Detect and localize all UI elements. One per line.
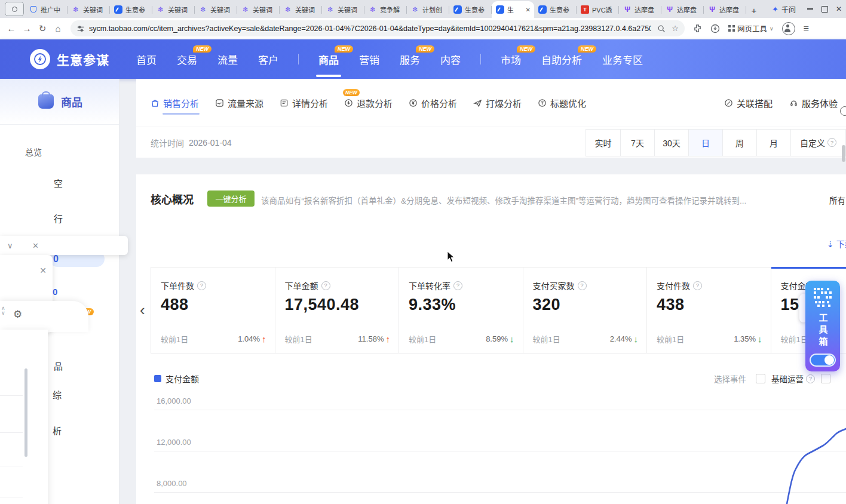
collapse-handle-icon[interactable]: ∧∨ xyxy=(1,306,5,315)
browser-tab[interactable]: 计划创 xyxy=(407,1,449,18)
zoom-icon[interactable] xyxy=(657,24,666,33)
browser-tab[interactable]: 关键词 xyxy=(68,1,110,18)
metric-card-order-items[interactable]: 下单件数? 488 较前1日1.04% xyxy=(151,267,275,353)
related-match-button[interactable]: 关联搭配 xyxy=(724,97,773,109)
scrollbar-thumb[interactable] xyxy=(24,368,27,457)
extensions-icon[interactable] xyxy=(693,24,702,33)
sidebar-item-overview[interactable]: 总览 xyxy=(25,146,42,158)
help-icon[interactable]: ? xyxy=(693,281,702,290)
one-click-analyze-button[interactable]: 一键分析 xyxy=(207,190,255,207)
range-month[interactable]: 月 xyxy=(756,130,790,156)
metric-card-pay-buyers[interactable]: 支付买家数? 320 较前1日2.44% xyxy=(523,267,648,353)
home-icon[interactable]: ⌂ xyxy=(50,23,66,33)
back-icon[interactable]: ← xyxy=(4,23,19,33)
browser-tab[interactable]: 关键词 xyxy=(322,1,364,18)
nav-item-content[interactable]: 内容 xyxy=(440,52,461,67)
browser-tab[interactable]: 达摩盘 xyxy=(619,1,661,18)
nav-item-self-analysis[interactable]: 自助分析NEW xyxy=(541,52,582,67)
nav-item-traffic[interactable]: 流量 xyxy=(217,52,238,67)
range-day[interactable]: 日 xyxy=(688,130,722,156)
gear-icon[interactable]: ⚙ xyxy=(13,308,22,321)
toolbox-widget[interactable]: 工具箱 xyxy=(805,281,840,371)
sidebar-item-fragment[interactable]: 品 xyxy=(54,359,63,372)
browser-tab[interactable]: 关键词 xyxy=(280,1,322,18)
browser-tab[interactable]: 关键词 xyxy=(152,1,195,18)
metric-card-conversion[interactable]: 下单转化率? 9.33% 较前1日8.59% xyxy=(399,267,523,353)
download-link[interactable]: ⇣ 下载 xyxy=(827,238,846,250)
range-7d[interactable]: 7天 xyxy=(620,130,654,156)
browser-tab[interactable]: 竞争解 xyxy=(364,1,407,18)
sycm-logo-icon[interactable] xyxy=(30,49,50,69)
metric-card-order-amount[interactable]: 下单金额? 17,540.48 较前1日11.58% xyxy=(275,267,400,353)
close-button[interactable]: ✕ xyxy=(832,0,846,18)
range-realtime[interactable]: 实时 xyxy=(586,130,620,156)
range-30d[interactable]: 30天 xyxy=(654,130,688,156)
close-icon[interactable]: ✕ xyxy=(39,266,47,275)
nav-item-service[interactable]: 服务NEW xyxy=(400,52,420,67)
profile-avatar[interactable] xyxy=(782,22,795,35)
chart-legend[interactable]: 支付金额 xyxy=(154,373,199,385)
url-text[interactable]: sycm.taobao.com/cc/item_archives?activeK… xyxy=(89,24,651,33)
nav-item-trade[interactable]: 交易NEW xyxy=(177,52,197,67)
tab-sales-analysis[interactable]: 销售分析 xyxy=(151,97,199,109)
site-settings-icon[interactable] xyxy=(76,24,85,33)
nav-item-market[interactable]: 市场NEW xyxy=(501,52,521,67)
help-icon[interactable]: ? xyxy=(321,281,330,290)
event-checkbox[interactable] xyxy=(756,374,765,383)
chevron-down-icon[interactable]: ∨ xyxy=(7,241,25,250)
browser-tab[interactable]: 关键词 xyxy=(195,1,237,18)
sidebar-item-fragment[interactable]: 0 xyxy=(53,287,57,297)
carousel-left-arrow[interactable]: ‹ xyxy=(140,301,145,319)
browser-tab[interactable]: 生意参 xyxy=(534,1,577,18)
tab-detail-analysis[interactable]: 详情分析 xyxy=(280,97,328,109)
tab-price-analysis[interactable]: 价格分析 xyxy=(409,97,457,109)
browser-tab[interactable]: 达摩盘 xyxy=(661,1,704,18)
browser-tab-active[interactable]: 生✕ xyxy=(492,1,534,18)
sidebar-item-fragment[interactable]: 综 xyxy=(53,388,62,401)
tab-title-optimize[interactable]: 标题优化 xyxy=(538,97,586,109)
metric-card-pay-items[interactable]: 支付件数? 438 较前1日1.35% xyxy=(647,267,771,353)
tab-search-icon[interactable] xyxy=(5,2,24,16)
range-week[interactable]: 周 xyxy=(722,130,756,156)
help-icon[interactable]: ? xyxy=(197,281,206,290)
help-icon[interactable]: ? xyxy=(806,374,815,383)
browser-tab[interactable]: 关键词 xyxy=(237,1,280,18)
web-tools-button[interactable]: 网页工具∨ xyxy=(728,23,774,34)
browser-tab[interactable]: 推广中 xyxy=(25,1,68,18)
maximize-button[interactable] xyxy=(817,0,832,18)
download-icon[interactable] xyxy=(710,24,720,33)
browser-tab[interactable]: 生意参 xyxy=(449,1,492,18)
brand-title[interactable]: 生意参谋 xyxy=(57,50,109,68)
browser-tab[interactable]: PVC透 xyxy=(577,1,619,18)
sidebar-item-fragment[interactable]: 析 xyxy=(53,424,62,437)
address-bar[interactable]: sycm.taobao.com/cc/item_archives?activeK… xyxy=(70,20,685,36)
tab-refund-analysis[interactable]: NEW 退款分析 xyxy=(344,97,393,109)
tab-close-icon[interactable]: ✕ xyxy=(525,7,532,13)
nav-item-marketing[interactable]: 营销 xyxy=(359,52,379,67)
minimize-button[interactable] xyxy=(803,0,817,18)
tab-traffic-source[interactable]: 流量来源 xyxy=(215,97,263,109)
nav-item-product[interactable]: 商品NEW xyxy=(318,52,339,67)
help-icon[interactable]: ? xyxy=(578,281,587,290)
sidebar-item-fragment[interactable]: 行 xyxy=(54,212,63,225)
close-icon[interactable]: ✕ xyxy=(32,241,50,250)
nav-item-customer[interactable]: 客户 xyxy=(258,52,278,67)
sidebar-item-fragment[interactable]: 空 xyxy=(54,177,63,189)
range-custom[interactable]: 自定义? xyxy=(790,130,845,156)
service-experience-button[interactable]: 服务体验 xyxy=(789,97,838,109)
help-icon[interactable]: ? xyxy=(453,281,462,290)
qianwen-button[interactable]: ✦千问 xyxy=(765,4,803,14)
event-checkbox[interactable] xyxy=(821,374,830,383)
nav-item-business-zone[interactable]: 业务专区 xyxy=(602,52,643,67)
nav-item-home[interactable]: 首页 xyxy=(136,52,157,67)
tab-hot-analysis[interactable]: 打爆分析 xyxy=(473,97,522,109)
scrollbar-thumb[interactable] xyxy=(842,145,845,162)
forward-icon[interactable]: → xyxy=(19,23,35,33)
new-tab-button[interactable]: + xyxy=(746,2,762,18)
browser-tab[interactable]: 生意参 xyxy=(110,1,152,18)
reload-icon[interactable]: ↻ xyxy=(35,23,50,34)
browser-tab[interactable]: 达摩盘 xyxy=(704,1,746,18)
toolbox-toggle[interactable] xyxy=(810,354,836,367)
bookmark-star-icon[interactable]: ☆ xyxy=(672,24,679,33)
menu-icon[interactable]: ≡ xyxy=(804,23,809,34)
